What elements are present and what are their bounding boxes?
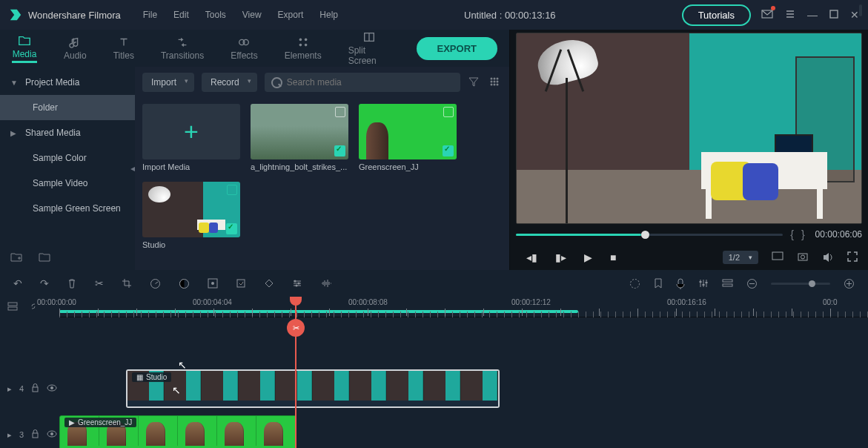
tab-elements[interactable]: Elements	[285, 36, 322, 61]
document-title: Untitled : 00:00:13:16	[338, 10, 682, 21]
split-icon[interactable]: ✂	[95, 277, 104, 289]
audio-tools-icon[interactable]	[320, 278, 332, 289]
tab-split-screen[interactable]: Split Screen	[348, 30, 390, 66]
workspace-tabs: Media Audio Titles Transitions Effects E…	[0, 30, 509, 67]
preview-scrubber[interactable]	[516, 234, 783, 236]
window-close[interactable]: ✕	[850, 9, 859, 21]
track-visibility-icon[interactable]	[47, 430, 57, 439]
menu-edit[interactable]: Edit	[173, 10, 189, 20]
track-lock-icon[interactable]	[31, 429, 39, 440]
speed-icon[interactable]	[150, 278, 161, 289]
menu-view[interactable]: View	[242, 10, 262, 20]
adjust-icon[interactable]	[292, 278, 302, 289]
volume-icon[interactable]	[822, 251, 834, 264]
timeline-zoom-slider[interactable]	[771, 283, 830, 285]
menu-help[interactable]: Help	[319, 10, 338, 20]
svg-point-9	[491, 78, 493, 80]
stop-button[interactable]: ■	[610, 251, 616, 263]
window-minimize[interactable]: —	[807, 9, 818, 21]
media-tile-greenscreen[interactable]: Greenscreen_JJ	[359, 104, 457, 171]
color-icon[interactable]	[179, 278, 190, 289]
svg-rect-34	[723, 280, 732, 282]
filter-icon[interactable]	[468, 76, 481, 89]
zoom-in-icon[interactable]	[844, 278, 855, 289]
svg-rect-39	[8, 307, 17, 310]
mixer-icon[interactable]	[698, 278, 709, 289]
search-input[interactable]	[265, 73, 460, 92]
timeline-clip-greenscreen[interactable]: ▶Greenscreen_JJ	[59, 415, 296, 448]
folder-icon[interactable]	[39, 251, 50, 264]
svg-rect-43	[33, 433, 38, 438]
preview-viewport[interactable]	[516, 33, 862, 224]
render-icon[interactable]	[629, 278, 640, 289]
timeline-match-icon[interactable]	[7, 301, 18, 314]
tab-effects[interactable]: Effects	[231, 36, 257, 61]
track-visibility-icon[interactable]	[47, 384, 57, 393]
tutorials-button[interactable]: Tutorials	[682, 4, 751, 26]
detach-icon[interactable]	[236, 278, 246, 289]
svg-point-10	[494, 78, 496, 80]
media-import-tile[interactable]: + Import Media	[142, 104, 240, 171]
timeline-playhead[interactable]: ✂	[295, 297, 296, 448]
sidebar-sample-color[interactable]: Sample Color	[0, 145, 135, 171]
menu-file[interactable]: File	[143, 10, 157, 20]
undo-icon[interactable]: ↶	[13, 277, 22, 289]
quality-icon[interactable]	[772, 251, 783, 264]
menu-tools[interactable]: Tools	[205, 10, 226, 20]
prev-frame-button[interactable]: ◂▮	[526, 251, 537, 263]
play-button[interactable]: ▶	[584, 251, 592, 263]
redo-icon[interactable]: ↷	[40, 277, 49, 289]
timeline-ruler[interactable]: 00:00:00:00 00:00:04:04 00:00:08:08 00:0…	[59, 297, 868, 317]
snapshot-icon[interactable]	[797, 251, 809, 264]
green-screen-icon[interactable]	[208, 278, 218, 289]
svg-point-29	[631, 279, 640, 288]
media-tile-lightning[interactable]: a_lightning_bolt_strikes_...	[251, 104, 348, 171]
grid-view-icon[interactable]	[488, 76, 502, 89]
record-dropdown[interactable]: Record	[202, 73, 257, 92]
check-icon	[334, 145, 345, 157]
sidebar-collapse-icon[interactable]: ◂	[130, 163, 135, 174]
sidebar-shared-media[interactable]: ▶Shared Media	[0, 120, 135, 145]
svg-point-28	[296, 285, 298, 287]
timeline-toolbar: ↶ ↷ ✂	[0, 270, 868, 297]
plus-icon: +	[184, 117, 199, 146]
sidebar-project-media[interactable]: ▼Project Media	[0, 70, 135, 95]
tab-audio[interactable]: Audio	[64, 36, 87, 61]
window-maximize[interactable]	[829, 9, 838, 21]
marker-icon[interactable]	[654, 278, 663, 289]
scissors-icon[interactable]: ✂	[287, 319, 305, 337]
media-type-icon	[227, 185, 237, 195]
track-manager-icon[interactable]	[722, 278, 733, 289]
notifications-icon[interactable]	[761, 8, 773, 22]
zoom-fit-icon[interactable]	[859, 4, 862, 16]
tab-titles[interactable]: Titles	[113, 36, 134, 61]
svg-point-16	[494, 84, 496, 86]
tab-transitions[interactable]: Transitions	[161, 36, 204, 61]
zoom-out-icon[interactable]	[746, 278, 758, 289]
timeline-clip-studio[interactable]: ▦Studio	[126, 369, 500, 408]
crop-icon[interactable]	[122, 278, 132, 289]
next-frame-button[interactable]: ▮▸	[555, 251, 566, 263]
sidebar-folder[interactable]: Folder	[0, 95, 135, 120]
import-dropdown[interactable]: Import	[142, 73, 194, 92]
clip-play-icon: ▶	[69, 418, 75, 426]
svg-point-20	[801, 255, 805, 259]
mark-in-icon[interactable]: {	[790, 228, 794, 240]
sidebar-sample-green[interactable]: Sample Green Screen	[0, 196, 135, 221]
svg-rect-18	[772, 252, 783, 260]
keyframe-icon[interactable]	[264, 278, 274, 289]
record-vo-icon[interactable]	[676, 278, 685, 289]
menu-list-icon[interactable]	[785, 9, 795, 22]
sidebar-sample-video[interactable]: Sample Video	[0, 171, 135, 196]
delete-icon[interactable]	[67, 278, 77, 289]
new-folder-icon[interactable]	[10, 251, 22, 264]
track-lock-icon[interactable]	[31, 383, 39, 394]
svg-point-6	[299, 44, 302, 47]
tab-media[interactable]: Media	[12, 34, 37, 63]
export-button[interactable]: EXPORT	[417, 37, 497, 60]
media-tile-studio[interactable]: Studio	[142, 182, 240, 249]
fullscreen-icon[interactable]	[847, 251, 858, 264]
menu-export[interactable]: Export	[278, 10, 304, 20]
mark-out-icon[interactable]: }	[801, 228, 805, 240]
preview-zoom-select[interactable]: 1/2▾	[723, 251, 758, 264]
